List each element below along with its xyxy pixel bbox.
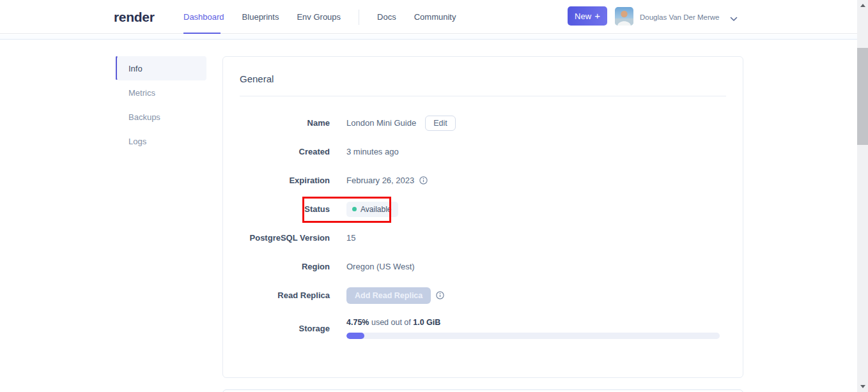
name-value: London Mini Guide <box>346 118 416 128</box>
storage-progress-track <box>346 333 720 339</box>
general-rows: Name London Mini Guide Edit Created 3 mi… <box>223 109 743 347</box>
nav-dashboard[interactable]: Dashboard <box>183 12 224 22</box>
storage-total: 1.0 GiB <box>413 318 440 327</box>
row-created: Created 3 minutes ago <box>223 137 743 166</box>
created-value: 3 minutes ago <box>346 147 399 156</box>
storage-label: Storage <box>223 324 330 333</box>
info-icon[interactable] <box>419 176 428 185</box>
region-value: Oregon (US West) <box>346 262 415 271</box>
row-expiration: Expiration February 26, 2023 <box>223 166 743 195</box>
status-label: Status <box>223 204 330 214</box>
expiration-value: February 26, 2023 <box>346 176 414 185</box>
sidebar: Info Metrics Backups Logs <box>117 56 206 153</box>
version-value: 15 <box>346 233 355 243</box>
storage-progress-fill <box>346 333 364 339</box>
top-navbar: render Dashboard Blueprints Env Groups D… <box>0 0 857 34</box>
new-button[interactable]: New + <box>568 6 607 26</box>
sidebar-item-logs[interactable]: Logs <box>117 129 206 153</box>
nav-divider <box>359 10 359 25</box>
storage-usage-text: 4.75% used out of 1.0 GiB <box>346 318 720 327</box>
read-replica-label: Read Replica <box>223 290 330 300</box>
chevron-down-icon[interactable] <box>730 13 738 24</box>
row-status: Status Available <box>223 195 743 223</box>
sidebar-item-info[interactable]: Info <box>117 56 206 80</box>
card-title-divider <box>240 96 726 96</box>
sidebar-item-metrics[interactable]: Metrics <box>117 80 206 105</box>
nav-env-groups[interactable]: Env Groups <box>297 12 341 22</box>
region-label: Region <box>223 262 330 271</box>
row-name: Name London Mini Guide Edit <box>223 109 743 137</box>
expiration-label: Expiration <box>223 176 330 185</box>
scroll-up-arrow-icon[interactable] <box>857 0 868 11</box>
status-dot-icon <box>352 207 357 211</box>
vertical-scrollbar[interactable] <box>857 0 868 392</box>
render-logo[interactable]: render <box>114 0 155 34</box>
version-label: PostgreSQL Version <box>223 233 330 243</box>
info-icon[interactable] <box>436 291 444 299</box>
scrollbar-thumb[interactable] <box>857 48 868 145</box>
row-postgresql-version: PostgreSQL Version 15 <box>223 223 743 252</box>
avatar-photo <box>615 7 633 26</box>
created-label: Created <box>223 147 330 156</box>
nav-blueprints[interactable]: Blueprints <box>242 12 279 22</box>
active-tab-underline <box>183 33 221 34</box>
scroll-down-arrow-icon[interactable] <box>857 381 868 392</box>
render-dashboard-page: render Dashboard Blueprints Env Groups D… <box>0 0 868 392</box>
add-read-replica-button[interactable]: Add Read Replica <box>346 287 431 304</box>
row-region: Region Oregon (US West) <box>223 252 743 281</box>
plus-icon: + <box>594 10 600 21</box>
avatar[interactable] <box>615 7 633 26</box>
nav-docs[interactable]: Docs <box>377 12 396 22</box>
name-label: Name <box>223 118 330 128</box>
next-card-top-edge <box>222 389 743 392</box>
storage-middle-text: used out of <box>369 318 413 327</box>
row-storage: Storage 4.75% used out of 1.0 GiB <box>223 310 743 347</box>
status-badge: Available <box>346 202 398 217</box>
edit-button[interactable]: Edit <box>425 116 456 131</box>
new-button-label: New <box>575 11 591 21</box>
subheader-strip <box>0 34 857 40</box>
storage-used-pct: 4.75% <box>346 318 369 327</box>
card-title: General <box>240 73 274 84</box>
user-name[interactable]: Douglas Van Der Merwe <box>640 0 719 34</box>
sidebar-item-backups[interactable]: Backups <box>117 105 206 129</box>
row-read-replica: Read Replica Add Read Replica <box>223 281 743 310</box>
general-card: General Name London Mini Guide Edit Crea… <box>222 56 743 378</box>
primary-nav: Dashboard Blueprints Env Groups Docs Com… <box>183 0 456 34</box>
nav-community[interactable]: Community <box>414 12 456 22</box>
status-value: Available <box>360 205 391 214</box>
